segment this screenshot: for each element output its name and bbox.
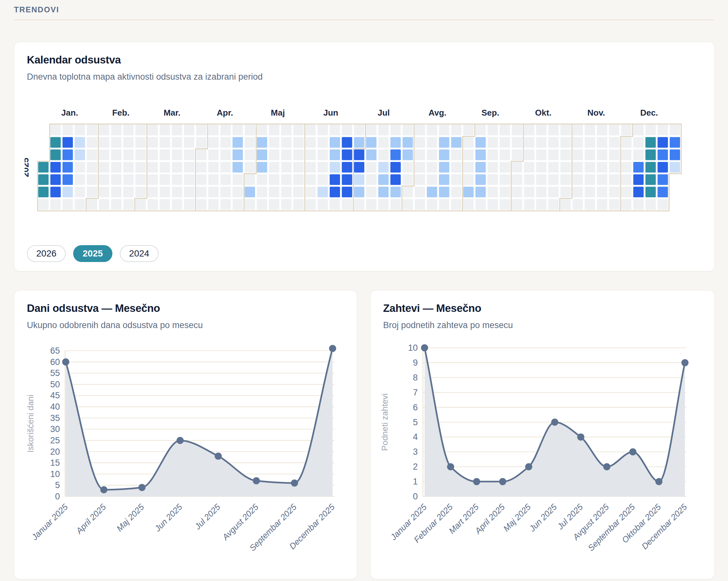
- heatmap-cell[interactable]: [123, 162, 134, 173]
- heatmap-cell[interactable]: [621, 187, 631, 197]
- data-point[interactable]: [551, 419, 558, 426]
- heatmap-cell[interactable]: [257, 125, 267, 135]
- heatmap-cell[interactable]: [196, 174, 207, 185]
- data-point[interactable]: [62, 359, 69, 366]
- data-point[interactable]: [291, 479, 298, 486]
- heatmap-cell[interactable]: [548, 162, 558, 173]
- heatmap-cell[interactable]: [220, 150, 231, 160]
- heatmap-cell[interactable]: [281, 187, 291, 197]
- heatmap-cell[interactable]: [281, 137, 291, 148]
- heatmap-cell-active[interactable]: [62, 150, 73, 160]
- heatmap-cell[interactable]: [621, 199, 631, 210]
- heatmap-cell[interactable]: [184, 199, 194, 210]
- heatmap-cell[interactable]: [305, 174, 316, 185]
- heatmap-cell[interactable]: [220, 162, 231, 173]
- heatmap-cell[interactable]: [220, 137, 231, 148]
- heatmap-cell[interactable]: [561, 174, 571, 185]
- heatmap-cell-active[interactable]: [257, 137, 267, 148]
- heatmap-cell[interactable]: [111, 199, 122, 210]
- heatmap-cell[interactable]: [621, 150, 631, 160]
- heatmap-cell[interactable]: [573, 125, 583, 135]
- heatmap-cell[interactable]: [609, 187, 620, 197]
- heatmap-cell[interactable]: [621, 174, 631, 185]
- heatmap-cell[interactable]: [318, 137, 328, 148]
- heatmap-cell[interactable]: [621, 162, 631, 173]
- heatmap-cell[interactable]: [573, 199, 583, 210]
- heatmap-cell[interactable]: [75, 199, 85, 210]
- heatmap-cell[interactable]: [536, 174, 547, 185]
- heatmap-cell[interactable]: [160, 199, 170, 210]
- heatmap-cell[interactable]: [658, 125, 668, 135]
- heatmap-cell[interactable]: [135, 174, 146, 185]
- heatmap-cell[interactable]: [184, 162, 194, 173]
- heatmap-cell[interactable]: [233, 174, 243, 185]
- heatmap-cell[interactable]: [269, 187, 280, 197]
- data-point[interactable]: [629, 448, 636, 455]
- heatmap-cell[interactable]: [62, 199, 73, 210]
- heatmap-cell[interactable]: [51, 125, 61, 135]
- data-point[interactable]: [681, 359, 688, 366]
- heatmap-cell[interactable]: [597, 174, 607, 185]
- heatmap-cell[interactable]: [330, 125, 340, 135]
- heatmap-cell[interactable]: [148, 137, 158, 148]
- heatmap-cell[interactable]: [184, 125, 194, 135]
- heatmap-cell[interactable]: [160, 174, 170, 185]
- heatmap-cell-active[interactable]: [51, 174, 61, 185]
- heatmap-cell[interactable]: [500, 125, 510, 135]
- heatmap-cell[interactable]: [524, 199, 534, 210]
- heatmap-cell-active[interactable]: [51, 137, 61, 148]
- heatmap-cell[interactable]: [305, 199, 316, 210]
- heatmap-cell-active[interactable]: [391, 162, 401, 173]
- heatmap-cell[interactable]: [658, 199, 668, 210]
- heatmap-cell[interactable]: [451, 199, 462, 210]
- heatmap-cell[interactable]: [293, 162, 304, 173]
- heatmap-cell[interactable]: [184, 137, 194, 148]
- heatmap-cell[interactable]: [366, 187, 376, 197]
- heatmap-cell[interactable]: [196, 162, 207, 173]
- heatmap-cell-active[interactable]: [75, 137, 85, 148]
- heatmap-cell-active[interactable]: [330, 137, 340, 148]
- heatmap-cell[interactable]: [366, 199, 376, 210]
- heatmap-cell-active[interactable]: [378, 174, 389, 185]
- heatmap-cell[interactable]: [148, 199, 158, 210]
- heatmap-cell-active[interactable]: [439, 174, 449, 185]
- heatmap-cell[interactable]: [585, 137, 595, 148]
- heatmap-cell-active[interactable]: [62, 162, 73, 173]
- heatmap-cell[interactable]: [427, 137, 437, 148]
- heatmap-cell[interactable]: [451, 125, 462, 135]
- data-point[interactable]: [603, 463, 610, 470]
- heatmap-cell[interactable]: [402, 199, 413, 210]
- heatmap-cell[interactable]: [573, 162, 583, 173]
- heatmap-cell[interactable]: [135, 199, 146, 210]
- heatmap-cell[interactable]: [51, 199, 61, 210]
- heatmap-cell[interactable]: [257, 187, 267, 197]
- heatmap-cell[interactable]: [463, 125, 474, 135]
- heatmap-cell[interactable]: [269, 199, 280, 210]
- heatmap-cell[interactable]: [561, 125, 571, 135]
- heatmap-cell-active[interactable]: [233, 150, 243, 160]
- heatmap-cell-active[interactable]: [645, 150, 656, 160]
- data-point[interactable]: [473, 478, 480, 485]
- heatmap-cell[interactable]: [160, 187, 170, 197]
- heatmap-cell[interactable]: [573, 150, 583, 160]
- heatmap-cell[interactable]: [597, 199, 607, 210]
- heatmap-cell[interactable]: [621, 125, 631, 135]
- heatmap-cell[interactable]: [402, 187, 413, 197]
- heatmap-cell-active[interactable]: [330, 174, 340, 185]
- heatmap-cell[interactable]: [281, 125, 291, 135]
- heatmap-cell[interactable]: [609, 150, 620, 160]
- heatmap-cell-active[interactable]: [354, 174, 364, 185]
- heatmap-cell[interactable]: [451, 150, 462, 160]
- heatmap-cell[interactable]: [245, 150, 255, 160]
- heatmap-cell[interactable]: [427, 199, 437, 210]
- heatmap-cell-active[interactable]: [439, 187, 449, 197]
- heatmap-cell[interactable]: [135, 187, 146, 197]
- heatmap-cell-active[interactable]: [391, 150, 401, 160]
- heatmap-cell-active[interactable]: [257, 162, 267, 173]
- heatmap-cell[interactable]: [439, 125, 449, 135]
- data-point[interactable]: [177, 437, 184, 444]
- heatmap-cell-active[interactable]: [633, 162, 644, 173]
- heatmap-cell[interactable]: [609, 199, 620, 210]
- heatmap-cell[interactable]: [62, 125, 73, 135]
- heatmap-cell[interactable]: [475, 125, 486, 135]
